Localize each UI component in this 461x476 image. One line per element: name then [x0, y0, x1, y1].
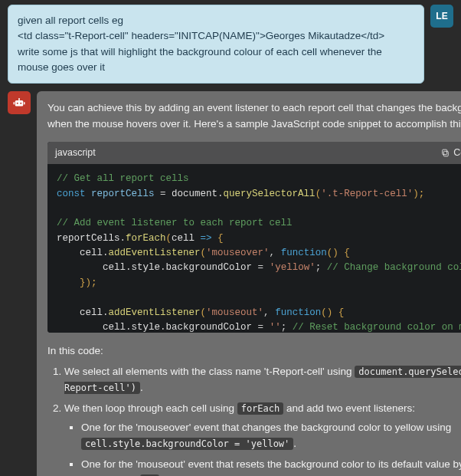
user-text-line: write some js that will highlight the ba…: [18, 44, 414, 76]
code-language-label: javascript: [55, 146, 96, 160]
code-header: javascript Copy: [47, 142, 461, 164]
svg-rect-7: [443, 149, 447, 155]
code-content[interactable]: // Get all report cells const reportCell…: [47, 164, 461, 333]
user-text-line: <td class="t-Report-cell" headers="INITC…: [18, 28, 414, 44]
user-text-line: given all report cells eg: [18, 13, 414, 28]
user-avatar-badge: LE: [430, 5, 453, 28]
copy-button[interactable]: Copy: [440, 146, 461, 160]
inline-code: forEach: [237, 402, 284, 415]
assistant-message: You can achieve this by adding an event …: [37, 91, 461, 476]
explanation-list: We select all elements with the class na…: [64, 364, 461, 476]
svg-rect-0: [15, 100, 24, 107]
list-item: We then loop through each cell using for…: [64, 401, 461, 476]
list-item: One for the 'mouseover' event that chang…: [81, 420, 461, 452]
user-message: given all report cells eg <td class="t-R…: [8, 5, 424, 84]
code-block: javascript Copy: [47, 142, 461, 333]
assistant-avatar-badge: [8, 91, 31, 114]
svg-point-2: [20, 103, 21, 104]
svg-rect-6: [444, 151, 449, 156]
svg-point-1: [17, 103, 18, 104]
svg-rect-5: [24, 102, 25, 104]
outro-lead: In this code:: [47, 343, 461, 359]
list-item: We select all elements with the class na…: [64, 364, 461, 396]
assistant-intro: You can achieve this by adding an event …: [47, 100, 461, 133]
inline-code: cell.style.backgroundColor = 'yellow': [81, 438, 293, 450]
list-item: One for the 'mouseout' event that resets…: [81, 457, 461, 476]
svg-rect-3: [18, 98, 20, 100]
copy-icon: [440, 148, 450, 158]
robot-icon: [12, 96, 26, 110]
copy-label: Copy: [453, 146, 461, 160]
svg-rect-4: [14, 102, 15, 104]
